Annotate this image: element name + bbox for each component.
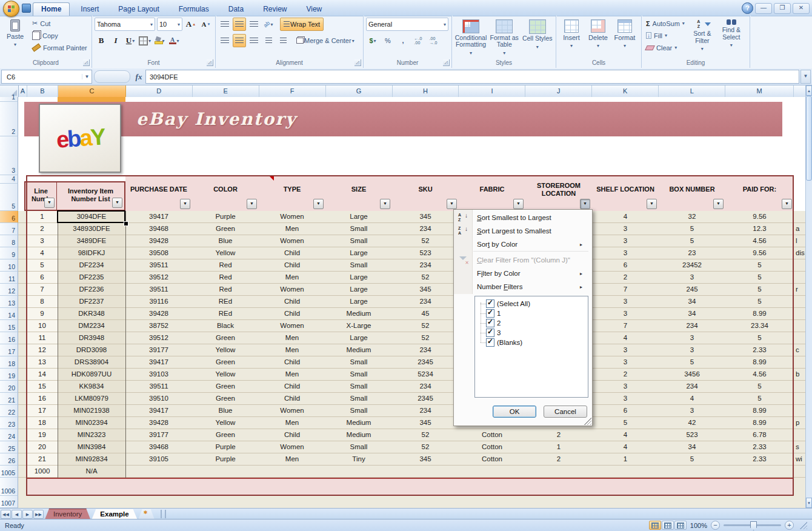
cell[interactable]: 4	[592, 332, 659, 344]
number-dialog-launcher[interactable]: ◿	[443, 59, 450, 66]
ribbon-tab-review[interactable]: Review	[255, 2, 295, 16]
next-sheet-icon[interactable]: ▶	[22, 510, 33, 519]
cell[interactable]: 6	[592, 259, 659, 271]
cell[interactable]: 15	[27, 381, 58, 392]
cell[interactable]: 5	[725, 381, 794, 392]
cell[interactable]: Medium	[325, 344, 392, 356]
cell[interactable]: 16	[27, 393, 58, 404]
cell[interactable]: X-Large	[325, 320, 392, 332]
first-sheet-icon[interactable]: ◀◀	[1, 510, 11, 519]
wrap-text-button[interactable]: Wrap Text	[280, 18, 324, 31]
cell[interactable]: 34	[659, 308, 725, 319]
cell[interactable]: 1	[592, 453, 659, 465]
row-header-19[interactable]: 19	[0, 369, 18, 381]
menu-item-sort-smallest-to-largest[interactable]: AZ↓Sort Smallest to Largest	[454, 211, 591, 224]
cell[interactable]: Men	[259, 332, 325, 344]
cell[interactable]: Red	[192, 259, 259, 271]
row-header-18[interactable]: 18	[0, 356, 18, 369]
ok-button[interactable]: OK	[493, 406, 536, 418]
cell[interactable]	[794, 405, 806, 416]
cell[interactable]: 3	[592, 235, 659, 247]
cell[interactable]: DRS38904	[58, 356, 125, 368]
cell[interactable]	[325, 466, 392, 477]
formula-input[interactable]: 3094DFE	[145, 70, 799, 84]
cell[interactable]: p	[794, 417, 806, 429]
cell[interactable]: 12.3	[725, 223, 794, 235]
cell[interactable]: 39417	[125, 356, 192, 368]
cell[interactable]: 3489DFE	[58, 235, 125, 247]
cell[interactable]: 12	[27, 344, 58, 356]
cell[interactable]: DF2235	[58, 272, 125, 283]
cell[interactable]: 1000	[27, 466, 58, 477]
window-resize-grip[interactable]	[800, 522, 807, 529]
cell[interactable]: Child	[259, 381, 325, 392]
conditional-formatting-button[interactable]: Conditional Formatting▾	[454, 18, 487, 57]
column-header-i[interactable]: I	[459, 85, 525, 97]
insert-function-button[interactable]: fx	[132, 72, 145, 82]
cell[interactable]: b	[794, 369, 806, 380]
cell[interactable]: Small	[325, 441, 392, 453]
cell[interactable]: Men	[259, 344, 325, 356]
cell[interactable]: 7	[27, 284, 58, 295]
align-left-button[interactable]	[218, 34, 231, 47]
cell[interactable]: 6	[592, 405, 659, 416]
cell[interactable]: 39177	[125, 429, 192, 441]
filter-dropdown-inventory-item-number-list[interactable]: ▼	[112, 198, 122, 208]
cell[interactable]: 5	[725, 272, 794, 283]
ribbon-tab-page-layout[interactable]: Page Layout	[110, 2, 167, 16]
filter-checkbox-1[interactable]: 1	[475, 309, 588, 318]
filter-checkbox-2[interactable]: 2	[475, 318, 588, 328]
tab-split-handle[interactable]	[161, 510, 166, 518]
cell[interactable]: 234	[392, 259, 459, 271]
cell[interactable]: Purple	[192, 453, 259, 465]
cell[interactable]: Small	[325, 393, 392, 404]
filter-checkbox-3[interactable]: 3	[475, 328, 588, 338]
cell[interactable]: Large	[325, 272, 392, 283]
cell-c1-highlight[interactable]	[58, 97, 125, 102]
cell[interactable]: 8	[27, 296, 58, 307]
cell[interactable]: Men	[259, 453, 325, 465]
merge-center-button[interactable]: Merge & Center▾	[293, 34, 358, 47]
cell[interactable]: 39511	[125, 284, 192, 295]
cell[interactable]: 39428	[125, 235, 192, 247]
cell[interactable]: 34	[659, 296, 725, 307]
align-center-button[interactable]	[233, 34, 246, 47]
menu-item-filter-by-color[interactable]: Filter by Color▸	[454, 267, 591, 280]
cell[interactable]: Cotton	[459, 429, 525, 441]
cell[interactable]: 3	[592, 381, 659, 392]
cell[interactable]: 8.99	[725, 417, 794, 429]
fill-button[interactable]: ↓Fill▾	[644, 30, 687, 41]
cell[interactable]: 52	[392, 272, 459, 283]
cell[interactable]: Small	[325, 235, 392, 247]
name-box[interactable]: C6 ▼	[1, 70, 92, 84]
cell[interactable]: a	[794, 223, 806, 235]
filter-dropdown-size[interactable]: ▼	[380, 199, 390, 209]
cell[interactable]: Green	[192, 381, 259, 392]
row-header-1007[interactable]: 1007	[0, 496, 18, 508]
cell[interactable]: 45	[392, 308, 459, 319]
cell[interactable]: 345	[392, 284, 459, 295]
cell[interactable]: Child	[259, 296, 325, 307]
cell[interactable]: 3	[27, 235, 58, 247]
cell[interactable]: 2	[592, 272, 659, 283]
last-sheet-icon[interactable]: ▶▶	[33, 510, 44, 519]
cell[interactable]: 10	[27, 320, 58, 332]
cell[interactable]: 3	[659, 332, 725, 344]
cell[interactable]	[794, 308, 806, 319]
column-header-b[interactable]: B	[27, 85, 58, 97]
row-header-8[interactable]: 8	[0, 235, 18, 247]
paste-button[interactable]: Paste▾	[2, 18, 28, 57]
cell[interactable]: 5	[725, 259, 794, 271]
align-right-button[interactable]	[247, 34, 261, 47]
decrease-decimal-button[interactable]: .00→.0	[427, 34, 440, 47]
cell[interactable]	[725, 466, 794, 477]
cut-button[interactable]: ✂Cut	[30, 18, 89, 29]
cell[interactable]: Small	[325, 259, 392, 271]
format-as-table-button[interactable]: Format as Table▾	[488, 18, 521, 57]
find-select-button[interactable]: Find & Select▾	[718, 18, 745, 57]
row-header-20[interactable]: 20	[0, 381, 18, 393]
cell[interactable]	[794, 381, 806, 392]
row-header-25[interactable]: 25	[0, 441, 18, 453]
cell[interactable]: 52	[392, 320, 459, 332]
filter-dropdown-color[interactable]: ▼	[247, 199, 257, 209]
